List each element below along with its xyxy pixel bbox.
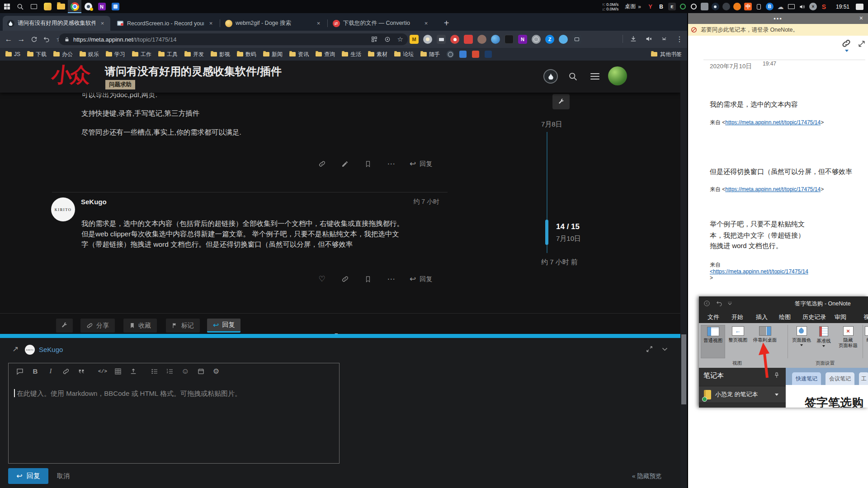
bookmark-red-icon[interactable] xyxy=(472,51,479,58)
note-source-link[interactable]: <https://meta.appinn.net/t/topic/17475/1… xyxy=(710,268,808,275)
linked-note-icon[interactable] xyxy=(841,38,852,48)
cancel-button[interactable]: 取消 xyxy=(57,472,70,480)
tab-file[interactable]: 文件 xyxy=(708,313,719,321)
ext-tabs-icon[interactable] xyxy=(572,35,581,44)
browser-tab-appinn[interactable]: 请问有没有好用的灵感收集软件/插件 × xyxy=(3,16,110,31)
note-page-title[interactable]: 签字笔选购 xyxy=(805,395,863,408)
tab-history[interactable]: 历史记录 xyxy=(802,313,826,321)
bookmark-folder[interactable]: 娱乐 xyxy=(80,51,99,58)
forward-button[interactable]: → xyxy=(15,33,27,45)
hyperlink-icon[interactable] xyxy=(61,366,71,377)
category-badge[interactable]: 问题求助 xyxy=(105,80,135,89)
numbered-list-icon[interactable] xyxy=(165,366,175,377)
tab-close-icon[interactable]: × xyxy=(207,19,215,27)
ext-redcard-icon[interactable] xyxy=(464,35,473,44)
user-avatar[interactable] xyxy=(608,66,627,85)
ext-onenote-clipper-icon[interactable]: N xyxy=(518,35,527,44)
italic-icon[interactable]: I xyxy=(45,366,56,377)
quick-access-dropdown-icon[interactable] xyxy=(728,302,732,305)
linked-note-dropdown-icon[interactable] xyxy=(845,50,849,54)
timeline-start-date[interactable]: 7月8日 xyxy=(541,120,562,129)
notebook-dropdown[interactable]: 小恐龙 的笔记本 xyxy=(699,386,786,403)
tab-insert[interactable]: 插入 xyxy=(756,313,768,321)
site-logo[interactable]: 小众 xyxy=(50,61,90,89)
reply-topic-button[interactable]: ↩ 回复 xyxy=(207,319,241,333)
bookmark-folder[interactable]: 论坛 xyxy=(394,51,414,58)
bookmark-icon[interactable] xyxy=(363,275,373,284)
blockquote-icon[interactable] xyxy=(76,366,87,377)
browser-tab-recordscreen[interactable]: RecordScreen.io - Record your × xyxy=(112,16,219,31)
quicknote-titlebar[interactable]: ••• × xyxy=(688,13,868,24)
rule-lines-button[interactable]: 基准线 xyxy=(814,325,834,348)
timeline-scroller[interactable] xyxy=(545,220,548,245)
link-icon[interactable] xyxy=(317,160,326,169)
section-tab-quick-notes[interactable]: 快速笔记 xyxy=(792,372,821,385)
note-page[interactable]: 签字笔选购 xyxy=(786,385,868,408)
ext-z-icon[interactable]: Z xyxy=(545,35,554,44)
edit-icon[interactable] xyxy=(340,160,349,169)
tray-huorong-icon[interactable] xyxy=(733,3,741,10)
browser-tab-convertio[interactable]: ⇄ 下载您的文件 — Convertio × xyxy=(328,16,434,31)
bookmark-folder[interactable]: 开发 xyxy=(184,51,204,58)
bookmark-folder[interactable]: JS xyxy=(5,51,20,57)
paper-size-button[interactable]: 纸 xyxy=(864,325,868,343)
post2-reply-button[interactable]: ↩ 回复 xyxy=(410,274,432,284)
start-button[interactable] xyxy=(0,0,14,13)
taskbar-app-explorer[interactable] xyxy=(54,0,68,13)
browser-scrollbar[interactable] xyxy=(680,61,687,488)
target-icon[interactable] xyxy=(384,36,391,42)
bookmark-folder[interactable]: 办公 xyxy=(53,51,73,58)
bookmark-folder[interactable]: 查询 xyxy=(316,51,335,58)
note-block3-line[interactable]: 举个例子吧，只要不是粘贴纯文 xyxy=(710,220,805,229)
reply-to-username[interactable]: SeKugo xyxy=(39,346,63,353)
section-tab-meeting-notes[interactable]: 会议笔记 xyxy=(826,372,854,385)
bookmark-topic-button[interactable]: 收藏 xyxy=(123,319,157,333)
tray-usb-icon[interactable] xyxy=(755,3,763,10)
bookmark-folder[interactable]: 工作 xyxy=(132,51,151,58)
panel-close-icon[interactable]: × xyxy=(859,14,864,22)
note-source-link[interactable]: https://meta.appinn.net/t/topic/17475/14 xyxy=(725,119,821,126)
bookmark-folder[interactable]: 数码 xyxy=(237,51,256,58)
sync-warning-bar[interactable]: 若要同步此笔记本，请登录 OneNote。 xyxy=(688,24,868,36)
bookmark-folder[interactable]: 新闻 xyxy=(263,51,283,58)
tray-y-icon[interactable]: Y xyxy=(646,3,654,10)
tab-close-icon[interactable]: × xyxy=(99,19,106,27)
tab-view[interactable]: 视图 xyxy=(863,313,868,321)
refresh-button[interactable] xyxy=(28,33,40,45)
task-view-button[interactable] xyxy=(27,0,41,13)
ext-bird-icon[interactable] xyxy=(559,35,568,44)
bookmark-folder[interactable]: 下载 xyxy=(27,51,47,58)
full-page-view-button[interactable]: ← 整页视图 xyxy=(726,325,750,343)
bookmark-icon[interactable] xyxy=(363,160,373,169)
page-color-button[interactable]: 页面颜色 xyxy=(790,325,813,347)
taskbar-clock[interactable]: 19:51 xyxy=(836,4,849,10)
composer-editor[interactable]: B I </> xyxy=(8,363,340,464)
action-center-button[interactable] xyxy=(856,4,863,10)
chevron-down-icon[interactable] xyxy=(659,34,669,44)
bookmark-folder[interactable]: 随手 xyxy=(420,51,440,58)
header-search-button[interactable] xyxy=(565,69,580,84)
tray-dark-icon[interactable] xyxy=(722,3,730,10)
ext-pocket-icon[interactable] xyxy=(450,35,459,44)
composer-expand-icon[interactable] xyxy=(646,345,653,353)
bookmark-translate-icon[interactable] xyxy=(459,51,467,58)
tab-close-icon[interactable]: × xyxy=(315,19,322,27)
star-icon[interactable]: ☆ xyxy=(397,35,403,43)
tray-volume-icon[interactable] xyxy=(798,3,806,10)
hide-preview-link[interactable]: « 隐藏预览 xyxy=(632,472,661,480)
tray-epic-icon[interactable]: E xyxy=(668,3,676,10)
taskbar-app-photos[interactable] xyxy=(108,0,122,13)
composer-drag-bar[interactable] xyxy=(0,334,680,338)
ext-person-icon[interactable] xyxy=(423,35,432,44)
taskbar-app-steam[interactable] xyxy=(81,0,95,13)
normal-view-button[interactable]: 普通视图 xyxy=(701,325,725,358)
tab-close-icon[interactable]: × xyxy=(422,19,430,27)
tray-snipaste-icon[interactable]: S xyxy=(820,3,828,10)
hide-page-title-button[interactable]: × 隐藏页面标题 xyxy=(835,325,862,348)
footer-wrench-button[interactable] xyxy=(56,319,73,333)
bookmark-folder[interactable]: 资讯 xyxy=(289,51,309,58)
other-bookmarks[interactable]: 其他书签 xyxy=(651,51,682,58)
chevron-down-icon[interactable] xyxy=(775,394,778,398)
section-tab-cut[interactable]: 工 xyxy=(859,372,868,385)
undo-button[interactable] xyxy=(41,33,52,45)
